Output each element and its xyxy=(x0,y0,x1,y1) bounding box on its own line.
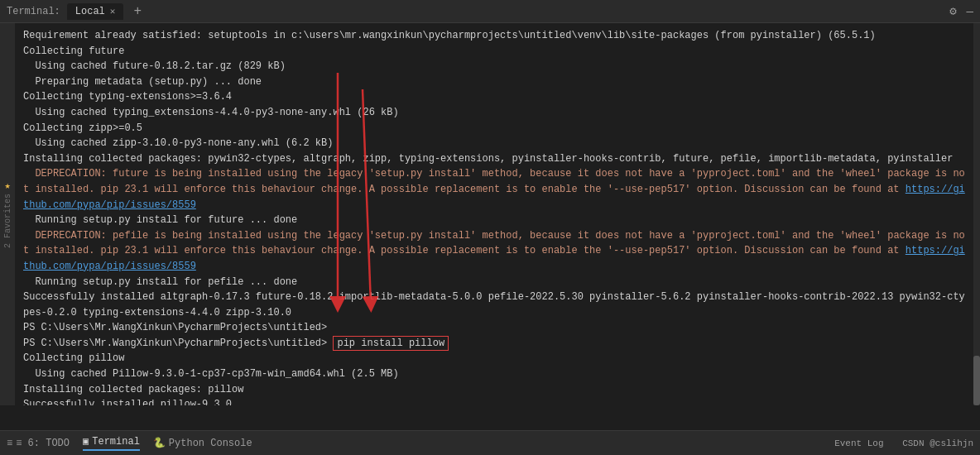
favorites-label: 2 Favorites xyxy=(3,194,12,248)
minimize-icon[interactable]: — xyxy=(967,5,973,18)
tab-label: Local xyxy=(75,6,105,17)
terminal-label: Terminal: xyxy=(7,6,60,17)
todo-label: ≡ 6: TODO xyxy=(16,438,70,449)
todo-icon: ≡ xyxy=(7,438,12,449)
line-12: DEPRECATION: pefile is being installed u… xyxy=(23,228,965,275)
add-tab-button[interactable]: + xyxy=(130,4,145,19)
line-18: Using cached Pillow-9.3.0-1-cp37-cp37m-w… xyxy=(23,366,965,382)
line-8: Using cached zipp-3.10.0-py3-none-any.wh… xyxy=(23,136,965,151)
scrollbar[interactable] xyxy=(973,23,980,405)
line-15: PS C:\Users\Mr.WangXinkun\PycharmProject… xyxy=(23,320,965,336)
scrollbar-thumb[interactable] xyxy=(973,356,980,405)
close-tab-icon[interactable]: ✕ xyxy=(110,6,116,17)
line-5: Collecting typing-extensions>=3.6.4 xyxy=(23,89,965,105)
line-11: Running setup.py install for future ... … xyxy=(23,213,965,228)
bottom-bar: ≡ ≡ 6: TODO ▣ Terminal 🐍 Python Console … xyxy=(0,430,980,455)
bottom-right-area: Event Log CSDN @cslihjn xyxy=(834,438,973,448)
todo-button[interactable]: ≡ ≡ 6: TODO xyxy=(7,438,70,449)
terminal-area: Requirement already satisfied: setuptool… xyxy=(15,23,973,405)
python-icon: 🐍 xyxy=(153,437,166,449)
pip-install-pillow-command: pip install pillow xyxy=(333,336,449,351)
title-bar: Terminal: Local ✕ + ⚙ — xyxy=(0,0,980,23)
local-tab[interactable]: Local ✕ xyxy=(67,3,124,20)
terminal-tab-icon: ▣ xyxy=(83,435,89,448)
python-console-button[interactable]: 🐍 Python Console xyxy=(153,437,252,449)
line-4: Preparing metadata (setup.py) ... done xyxy=(23,74,965,90)
line-7: Collecting zipp>=0.5 xyxy=(23,121,965,136)
line-17: Collecting pillow xyxy=(23,351,965,366)
line-19: Installing collected packages: pillow xyxy=(23,382,965,398)
line-10: DEPRECATION: future is being installed u… xyxy=(23,166,965,213)
python-console-label: Python Console xyxy=(169,438,252,449)
favorites-bar: ★ 2 Favorites xyxy=(0,23,15,405)
line-16: PS C:\Users\Mr.WangXinkun\PycharmProject… xyxy=(23,336,965,352)
star-icon: ★ xyxy=(4,180,10,192)
line-13: Running setup.py install for pefile ... … xyxy=(23,275,965,290)
event-log-label[interactable]: Event Log xyxy=(834,438,883,448)
settings-icon[interactable]: ⚙ xyxy=(949,4,956,18)
terminal-content: Requirement already satisfied: setuptool… xyxy=(15,23,973,405)
line-6: Using cached typing_extensions-4.4.0-py3… xyxy=(23,105,965,121)
line-1: Requirement already satisfied: setuptool… xyxy=(23,28,965,44)
line-14: Successfully installed altgraph-0.17.3 f… xyxy=(23,290,965,320)
csdn-label: CSDN @cslihjn xyxy=(902,438,973,448)
title-bar-right: ⚙ — xyxy=(949,4,973,18)
line-3: Using cached future-0.18.2.tar.gz (829 k… xyxy=(23,59,965,74)
terminal-tab-label: Terminal xyxy=(92,436,140,448)
line-2: Collecting future xyxy=(23,44,965,60)
terminal-tab-button[interactable]: ▣ Terminal xyxy=(83,435,140,451)
line-9: Installing collected packages: pywin32-c… xyxy=(23,151,965,167)
line-20: Successfully installed pillow-9.3.0 xyxy=(23,397,965,405)
